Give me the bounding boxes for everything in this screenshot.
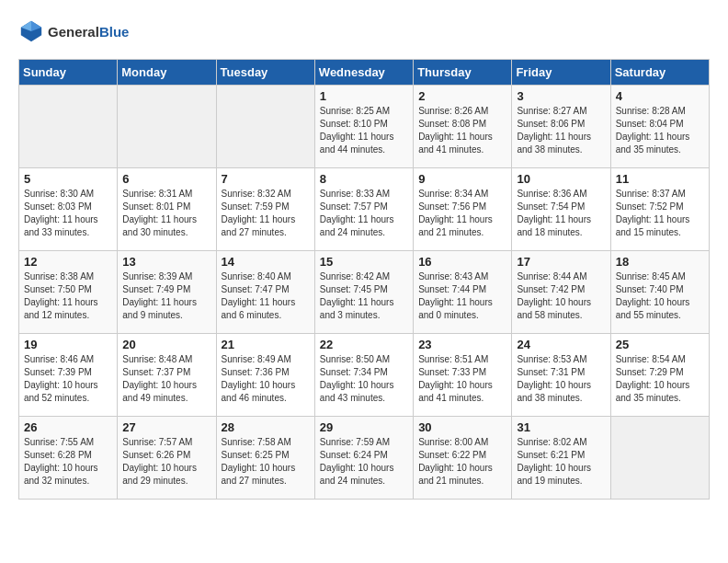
- column-header-saturday: Saturday: [610, 60, 709, 86]
- day-number: 24: [517, 338, 605, 351]
- day-number: 21: [222, 338, 310, 351]
- calendar-cell: 7Sunrise: 8:32 AMSunset: 7:59 PMDaylight…: [216, 168, 314, 251]
- day-number: 15: [320, 255, 408, 269]
- column-header-wednesday: Wednesday: [314, 60, 413, 86]
- day-number: 1: [320, 89, 408, 103]
- column-header-tuesday: Tuesday: [216, 60, 314, 86]
- day-number: 16: [418, 255, 506, 269]
- day-number: 10: [517, 172, 605, 186]
- calendar-cell: 15Sunrise: 8:42 AMSunset: 7:45 PMDayligh…: [314, 251, 413, 334]
- calendar-cell: 24Sunrise: 8:53 AMSunset: 7:31 PMDayligh…: [512, 334, 610, 417]
- calendar-cell: 20Sunrise: 8:48 AMSunset: 7:37 PMDayligh…: [118, 334, 216, 417]
- day-info: Sunrise: 8:34 AMSunset: 7:56 PMDaylight:…: [418, 188, 506, 239]
- calendar-cell: 3Sunrise: 8:27 AMSunset: 8:06 PMDaylight…: [512, 86, 610, 168]
- day-info: Sunrise: 8:53 AMSunset: 7:31 PMDaylight:…: [517, 353, 605, 405]
- day-info: Sunrise: 8:31 AMSunset: 8:01 PMDaylight:…: [122, 188, 210, 239]
- day-info: Sunrise: 8:27 AMSunset: 8:06 PMDaylight:…: [517, 105, 605, 156]
- day-number: 17: [517, 255, 605, 269]
- day-info: Sunrise: 7:57 AMSunset: 6:26 PMDaylight:…: [122, 436, 210, 488]
- day-info: Sunrise: 8:50 AMSunset: 7:34 PMDaylight:…: [320, 353, 408, 405]
- day-info: Sunrise: 8:44 AMSunset: 7:42 PMDaylight:…: [517, 270, 605, 322]
- day-number: 7: [222, 172, 310, 186]
- calendar-cell: 4Sunrise: 8:28 AMSunset: 8:04 PMDaylight…: [610, 86, 709, 168]
- day-info: Sunrise: 8:46 AMSunset: 7:39 PMDaylight:…: [24, 353, 112, 405]
- day-number: 6: [122, 172, 210, 186]
- logo-text: GeneralBlue: [48, 24, 129, 40]
- column-header-friday: Friday: [512, 60, 610, 86]
- day-info: Sunrise: 8:33 AMSunset: 7:57 PMDaylight:…: [320, 188, 408, 239]
- calendar-table: SundayMondayTuesdayWednesdayThursdayFrid…: [18, 59, 710, 500]
- day-info: Sunrise: 8:38 AMSunset: 7:50 PMDaylight:…: [24, 270, 112, 322]
- day-info: Sunrise: 8:54 AMSunset: 7:29 PMDaylight:…: [616, 353, 704, 405]
- calendar-cell: 28Sunrise: 7:58 AMSunset: 6:25 PMDayligh…: [216, 417, 314, 500]
- day-number: 31: [517, 420, 605, 434]
- day-info: Sunrise: 8:37 AMSunset: 7:52 PMDaylight:…: [616, 188, 704, 239]
- calendar-week-row: 1Sunrise: 8:25 AMSunset: 8:10 PMDaylight…: [19, 86, 710, 168]
- day-number: 27: [122, 420, 210, 434]
- day-info: Sunrise: 8:36 AMSunset: 7:54 PMDaylight:…: [517, 188, 605, 239]
- calendar-cell: 1Sunrise: 8:25 AMSunset: 8:10 PMDaylight…: [314, 86, 413, 168]
- day-info: Sunrise: 7:55 AMSunset: 6:28 PMDaylight:…: [24, 436, 112, 488]
- calendar-cell: [216, 86, 314, 168]
- day-number: 28: [222, 420, 310, 434]
- day-info: Sunrise: 8:25 AMSunset: 8:10 PMDaylight:…: [320, 105, 408, 156]
- day-number: 5: [24, 172, 112, 186]
- day-number: 2: [418, 89, 506, 103]
- day-info: Sunrise: 8:39 AMSunset: 7:49 PMDaylight:…: [122, 270, 210, 322]
- day-number: 12: [24, 255, 112, 269]
- day-number: 9: [418, 172, 506, 186]
- day-info: Sunrise: 8:42 AMSunset: 7:45 PMDaylight:…: [320, 270, 408, 322]
- calendar-cell: 10Sunrise: 8:36 AMSunset: 7:54 PMDayligh…: [512, 168, 610, 251]
- day-number: 14: [222, 255, 310, 269]
- calendar-cell: 26Sunrise: 7:55 AMSunset: 6:28 PMDayligh…: [19, 417, 118, 500]
- day-info: Sunrise: 8:26 AMSunset: 8:08 PMDaylight:…: [418, 105, 506, 156]
- page-header: GeneralBlue: [18, 18, 710, 44]
- day-number: 25: [616, 338, 704, 351]
- day-number: 13: [122, 255, 210, 269]
- calendar-cell: 21Sunrise: 8:49 AMSunset: 7:36 PMDayligh…: [216, 334, 314, 417]
- day-number: 20: [122, 338, 210, 351]
- calendar-cell: 2Sunrise: 8:26 AMSunset: 8:08 PMDaylight…: [414, 86, 512, 168]
- calendar-cell: 9Sunrise: 8:34 AMSunset: 7:56 PMDaylight…: [414, 168, 512, 251]
- day-number: 18: [616, 255, 704, 269]
- day-info: Sunrise: 8:49 AMSunset: 7:36 PMDaylight:…: [222, 353, 310, 405]
- day-number: 19: [24, 338, 112, 351]
- calendar-week-row: 5Sunrise: 8:30 AMSunset: 8:03 PMDaylight…: [19, 168, 710, 251]
- day-info: Sunrise: 8:00 AMSunset: 6:22 PMDaylight:…: [418, 436, 506, 488]
- calendar-cell: 30Sunrise: 8:00 AMSunset: 6:22 PMDayligh…: [414, 417, 512, 500]
- logo-icon: [18, 18, 44, 44]
- day-info: Sunrise: 8:02 AMSunset: 6:21 PMDaylight:…: [517, 436, 605, 488]
- calendar-cell: 29Sunrise: 7:59 AMSunset: 6:24 PMDayligh…: [314, 417, 413, 500]
- day-info: Sunrise: 8:43 AMSunset: 7:44 PMDaylight:…: [418, 270, 506, 322]
- day-number: 29: [320, 420, 408, 434]
- calendar-cell: [610, 417, 709, 500]
- column-header-sunday: Sunday: [19, 60, 118, 86]
- calendar-cell: 14Sunrise: 8:40 AMSunset: 7:47 PMDayligh…: [216, 251, 314, 334]
- day-info: Sunrise: 8:28 AMSunset: 8:04 PMDaylight:…: [616, 105, 704, 156]
- calendar-cell: 12Sunrise: 8:38 AMSunset: 7:50 PMDayligh…: [19, 251, 118, 334]
- day-number: 26: [24, 420, 112, 434]
- calendar-cell: 27Sunrise: 7:57 AMSunset: 6:26 PMDayligh…: [118, 417, 216, 500]
- calendar-cell: 16Sunrise: 8:43 AMSunset: 7:44 PMDayligh…: [414, 251, 512, 334]
- calendar-cell: 11Sunrise: 8:37 AMSunset: 7:52 PMDayligh…: [610, 168, 709, 251]
- day-number: 3: [517, 89, 605, 103]
- calendar-cell: 23Sunrise: 8:51 AMSunset: 7:33 PMDayligh…: [414, 334, 512, 417]
- day-info: Sunrise: 7:58 AMSunset: 6:25 PMDaylight:…: [222, 436, 310, 488]
- calendar-cell: 25Sunrise: 8:54 AMSunset: 7:29 PMDayligh…: [610, 334, 709, 417]
- calendar-cell: 6Sunrise: 8:31 AMSunset: 8:01 PMDaylight…: [118, 168, 216, 251]
- calendar-cell: 5Sunrise: 8:30 AMSunset: 8:03 PMDaylight…: [19, 168, 118, 251]
- day-number: 8: [320, 172, 408, 186]
- calendar-cell: [118, 86, 216, 168]
- day-number: 22: [320, 338, 408, 351]
- day-info: Sunrise: 8:45 AMSunset: 7:40 PMDaylight:…: [616, 270, 704, 322]
- calendar-cell: 19Sunrise: 8:46 AMSunset: 7:39 PMDayligh…: [19, 334, 118, 417]
- calendar-cell: 22Sunrise: 8:50 AMSunset: 7:34 PMDayligh…: [314, 334, 413, 417]
- day-number: 4: [616, 89, 704, 103]
- calendar-cell: [19, 86, 118, 168]
- day-info: Sunrise: 8:48 AMSunset: 7:37 PMDaylight:…: [122, 353, 210, 405]
- day-info: Sunrise: 7:59 AMSunset: 6:24 PMDaylight:…: [320, 436, 408, 488]
- calendar-cell: 18Sunrise: 8:45 AMSunset: 7:40 PMDayligh…: [610, 251, 709, 334]
- day-info: Sunrise: 8:30 AMSunset: 8:03 PMDaylight:…: [24, 188, 112, 239]
- logo: GeneralBlue: [18, 18, 129, 44]
- day-number: 30: [418, 420, 506, 434]
